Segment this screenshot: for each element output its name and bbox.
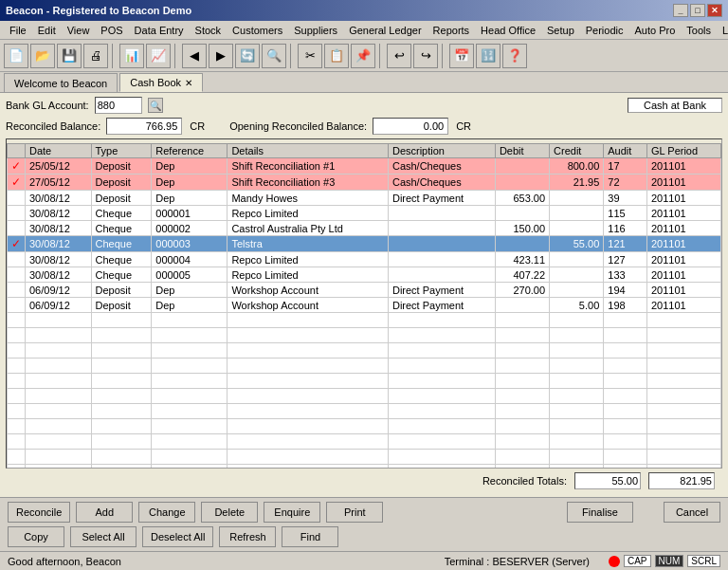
toolbar-print[interactable]: 🖨 <box>83 44 108 68</box>
table-row[interactable]: 06/09/12DepositDepWorkshop AccountDirect… <box>8 298 721 313</box>
select-all-button[interactable]: Select All <box>70 526 136 547</box>
refresh-button[interactable]: Refresh <box>219 526 276 547</box>
reconcile-button[interactable]: Reconcile <box>8 502 70 523</box>
enquire-button[interactable]: Enquire <box>264 502 320 523</box>
row-check: ✓ <box>8 158 26 175</box>
row-description: Cash/Cheques <box>388 158 495 175</box>
transaction-table-container[interactable]: Date Type Reference Details Description … <box>6 138 722 469</box>
row-date: 30/08/12 <box>26 267 92 283</box>
copy-button[interactable]: Copy <box>8 526 64 547</box>
menu-view[interactable]: View <box>62 23 96 38</box>
table-row[interactable]: ✓25/05/12DepositDepShift Reconciliation … <box>8 158 721 175</box>
minimize-button[interactable]: _ <box>673 4 688 17</box>
col-debit: Debit <box>495 144 549 158</box>
find-button[interactable]: Find <box>282 526 338 547</box>
table-row-empty <box>8 328 721 343</box>
menu-log-off[interactable]: Log Off <box>717 23 728 38</box>
caps-key: CAP <box>624 555 651 567</box>
toolbar-save[interactable]: 💾 <box>57 44 82 68</box>
menu-customers[interactable]: Customers <box>227 23 288 38</box>
toolbar-arrow-right[interactable]: ▶ <box>209 44 233 68</box>
add-button[interactable]: Add <box>76 502 133 523</box>
status-indicators: CAP NUM SCRL <box>609 555 720 567</box>
toolbar-copy[interactable]: 📋 <box>324 44 349 68</box>
row-reference: Dep <box>152 298 228 313</box>
tab-cashbook[interactable]: Cash Book ✕ <box>119 73 203 92</box>
row-credit <box>550 267 604 283</box>
toolbar-refresh[interactable]: 🔄 <box>235 44 260 68</box>
row-details: Workshop Account <box>228 283 389 298</box>
bank-gl-search-button[interactable]: 🔍 <box>148 98 163 113</box>
toolbar-help[interactable]: ❓ <box>502 44 527 68</box>
row-audit: 115 <box>604 206 647 221</box>
table-row-empty <box>8 359 721 374</box>
menu-data-entry[interactable]: Data Entry <box>129 23 190 38</box>
toolbar-cut[interactable]: ✂ <box>298 44 322 68</box>
col-details: Details <box>228 144 389 158</box>
menu-edit[interactable]: Edit <box>32 23 62 38</box>
row-gl_period: 201101 <box>646 175 720 191</box>
menu-suppliers[interactable]: Suppliers <box>288 23 343 38</box>
bank-gl-input[interactable] <box>95 97 142 114</box>
row-type: Cheque <box>91 236 152 252</box>
print-button[interactable]: Print <box>326 502 383 523</box>
menu-reports[interactable]: Reports <box>428 23 476 38</box>
row-debit: 150.00 <box>495 221 549 236</box>
row-gl_period: 201101 <box>646 298 720 313</box>
toolbar-chart[interactable]: 📊 <box>119 44 144 68</box>
toolbar-redo[interactable]: ↪ <box>413 44 438 68</box>
row-reference: Dep <box>152 283 228 298</box>
toolbar-chart2[interactable]: 📈 <box>146 44 171 68</box>
tab-close-icon[interactable]: ✕ <box>185 78 192 88</box>
close-button[interactable]: ✕ <box>707 4 722 17</box>
menu-periodic[interactable]: Periodic <box>580 23 629 38</box>
finalise-button[interactable]: Finalise <box>567 502 633 523</box>
table-row[interactable]: 30/08/12DepositDepMandy HowesDirect Paym… <box>8 191 721 206</box>
reconciled-debit-total: 55.00 <box>574 472 641 489</box>
row-check <box>8 191 26 206</box>
toolbar-open[interactable]: 📂 <box>30 44 55 68</box>
menu-tools[interactable]: Tools <box>681 23 717 38</box>
menu-auto-pro[interactable]: Auto Pro <box>629 23 682 38</box>
table-row[interactable]: 30/08/12Cheque000005Repco Limited407.221… <box>8 267 721 283</box>
table-row[interactable]: ✓30/08/12Cheque000003Telstra55.001212011… <box>8 236 721 252</box>
title-bar: Beacon - Registered to Beacon Demo _ □ ✕ <box>0 0 728 21</box>
menu-setup[interactable]: Setup <box>541 23 580 38</box>
menu-head-office[interactable]: Head Office <box>475 23 541 38</box>
toolbar-paste[interactable]: 📌 <box>351 44 375 68</box>
deselect-all-button[interactable]: Deselect All <box>142 526 213 547</box>
table-row[interactable]: 30/08/12Cheque000002Castrol Australia Pt… <box>8 221 721 236</box>
menu-file[interactable]: File <box>4 23 32 38</box>
cash-at-bank-display: Cash at Bank <box>628 98 722 113</box>
toolbar-undo[interactable]: ↩ <box>387 44 411 68</box>
table-row-empty <box>8 374 721 389</box>
row-type: Deposit <box>91 175 152 191</box>
toolbar-calculator[interactable]: 🔢 <box>476 44 500 68</box>
cancel-button[interactable]: Cancel <box>664 502 720 523</box>
maximize-button[interactable]: □ <box>690 4 705 17</box>
form-row-balance: Reconciled Balance: 766.95 CR Opening Re… <box>6 118 722 135</box>
toolbar-search[interactable]: 🔍 <box>262 44 286 68</box>
row-description: Direct Payment <box>388 191 495 206</box>
toolbar-arrow-left[interactable]: ◀ <box>182 44 207 68</box>
menu-bar: File Edit View POS Data Entry Stock Cust… <box>0 21 728 40</box>
reconciled-balance-label: Reconciled Balance: <box>6 120 100 132</box>
toolbar-new[interactable]: 📄 <box>4 44 28 68</box>
menu-stock[interactable]: Stock <box>190 23 228 38</box>
toolbar-calendar[interactable]: 📅 <box>449 44 474 68</box>
row-type: Cheque <box>91 221 152 236</box>
table-row[interactable]: ✓27/05/12DepositDepShift Reconciliation … <box>8 175 721 191</box>
row-details: Repco Limited <box>228 206 389 221</box>
menu-general-ledger[interactable]: General Ledger <box>343 23 427 38</box>
table-row-empty <box>8 419 721 434</box>
opening-cr-label: CR <box>456 120 471 132</box>
table-row[interactable]: 06/09/12DepositDepWorkshop AccountDirect… <box>8 283 721 298</box>
table-row[interactable]: 30/08/12Cheque000004Repco Limited423.111… <box>8 252 721 267</box>
row-type: Deposit <box>91 298 152 313</box>
delete-button[interactable]: Delete <box>201 502 258 523</box>
tab-welcome[interactable]: Welcome to Beacon <box>4 73 118 92</box>
change-button[interactable]: Change <box>138 502 195 523</box>
row-date: 30/08/12 <box>26 252 92 267</box>
menu-pos[interactable]: POS <box>95 23 128 38</box>
table-row[interactable]: 30/08/12Cheque000001Repco Limited1152011… <box>8 206 721 221</box>
